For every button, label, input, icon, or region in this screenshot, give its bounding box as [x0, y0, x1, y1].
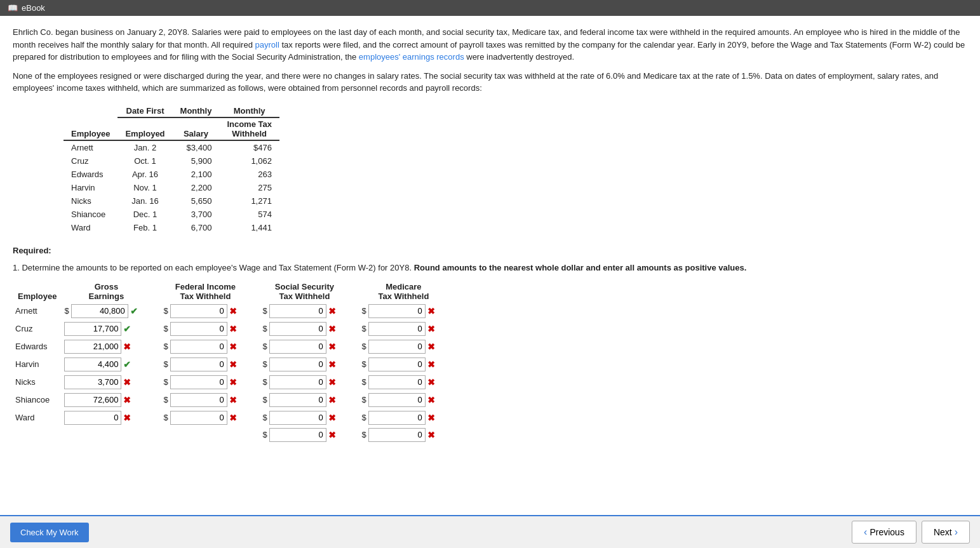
dollar-sign: $ — [163, 413, 168, 422]
ref-name: Ward — [64, 221, 117, 234]
social-x-icon[interactable]: ✖ — [328, 324, 336, 334]
gross-input[interactable] — [64, 358, 121, 371]
data-employee-name: Ward — [13, 409, 62, 427]
intro-paragraph-1: Ehrlich Co. began business on January 2,… — [13, 26, 967, 63]
medicare-x-icon[interactable]: ✖ — [427, 324, 435, 334]
social-input[interactable] — [269, 375, 326, 389]
ref-date: Dec. 1 — [117, 208, 172, 221]
ref-name: Shiancoe — [64, 208, 117, 221]
medicare-input[interactable] — [368, 358, 426, 371]
social-input[interactable] — [269, 322, 326, 336]
federal-input[interactable] — [170, 340, 227, 354]
social-x-icon[interactable]: ✖ — [328, 377, 336, 387]
gross-cell: ✖ — [62, 338, 151, 356]
col-header-medicare: MedicareTax Withheld — [359, 281, 448, 302]
employee-ref-row: Harvin Nov. 1 2,200 275 — [64, 181, 279, 194]
social-total-x-icon[interactable]: ✖ — [328, 430, 336, 440]
social-x-icon[interactable]: ✖ — [328, 413, 336, 423]
federal-x-icon[interactable]: ✖ — [229, 359, 237, 370]
dollar-sign: $ — [163, 324, 168, 333]
col-header-date-first: Date First — [117, 105, 172, 117]
data-entry-row: Ward ✖ $ ✖ $ ✖ $ — [13, 409, 458, 427]
medicare-total-x-icon[interactable]: ✖ — [427, 430, 435, 440]
social-input[interactable] — [269, 340, 326, 354]
data-entry-row: Arnett $ ✔ $ ✖ $ ✖ — [13, 302, 458, 320]
social-x-icon[interactable]: ✖ — [328, 306, 336, 316]
federal-input[interactable] — [170, 304, 227, 318]
social-cell: $ ✖ — [260, 391, 349, 409]
medicare-total-input[interactable] — [368, 428, 426, 442]
medicare-x-icon[interactable]: ✖ — [427, 377, 435, 387]
federal-input[interactable] — [170, 411, 227, 425]
gross-input[interactable] — [71, 304, 128, 318]
gross-x-icon[interactable]: ✖ — [123, 413, 131, 423]
dollar-sign: $ — [361, 342, 366, 351]
payroll-link[interactable]: payroll — [255, 40, 279, 50]
federal-x-icon[interactable]: ✖ — [229, 342, 237, 352]
medicare-input[interactable] — [368, 393, 426, 407]
social-input[interactable] — [269, 358, 326, 371]
dollar-sign: $ — [262, 306, 267, 316]
gross-x-icon[interactable]: ✖ — [123, 342, 131, 352]
col-header-gross: GrossEarnings — [62, 281, 151, 302]
data-entry-row: Cruz ✔ $ ✖ $ ✖ $ — [13, 320, 458, 338]
federal-x-icon[interactable]: ✖ — [229, 395, 237, 405]
federal-input[interactable] — [170, 322, 227, 336]
ref-name: Edwards — [64, 168, 117, 181]
data-employee-name: Nicks — [13, 373, 62, 391]
medicare-input[interactable] — [368, 411, 426, 425]
federal-input[interactable] — [170, 393, 227, 407]
social-input[interactable] — [269, 411, 326, 425]
data-employee-name: Shiancoe — [13, 391, 62, 409]
ref-date: Jan. 2 — [117, 140, 172, 154]
federal-input[interactable] — [170, 375, 227, 389]
social-input[interactable] — [269, 304, 326, 318]
content-area: Ehrlich Co. began business on January 2,… — [0, 16, 980, 496]
social-cell: $ ✖ — [260, 409, 349, 427]
medicare-cell: $ ✖ — [359, 391, 448, 409]
gross-input[interactable] — [64, 322, 121, 336]
medicare-input[interactable] — [368, 322, 426, 336]
federal-x-icon[interactable]: ✖ — [229, 306, 237, 316]
employee-reference-table: Employee Date First Monthly Monthly Empl… — [64, 105, 279, 234]
medicare-x-icon[interactable]: ✖ — [427, 306, 435, 316]
medicare-cell: $ ✖ — [359, 302, 448, 320]
medicare-x-icon[interactable]: ✖ — [427, 395, 435, 405]
gross-input[interactable] — [64, 393, 121, 407]
earnings-link[interactable]: employees' earnings records — [359, 52, 464, 62]
federal-x-icon[interactable]: ✖ — [229, 324, 237, 334]
medicare-input[interactable] — [368, 304, 426, 318]
social-x-icon[interactable]: ✖ — [328, 359, 336, 370]
social-cell: $ ✖ — [260, 320, 349, 338]
federal-input[interactable] — [170, 358, 227, 371]
dollar-sign: $ — [262, 377, 267, 387]
medicare-x-icon[interactable]: ✖ — [427, 342, 435, 352]
dollar-sign: $ — [163, 395, 168, 404]
employee-ref-row: Cruz Oct. 1 5,900 1,062 — [64, 154, 279, 168]
federal-x-icon[interactable]: ✖ — [229, 413, 237, 423]
gross-check-icon: ✔ — [123, 324, 131, 334]
medicare-x-icon[interactable]: ✖ — [427, 359, 435, 370]
gross-x-icon[interactable]: ✖ — [123, 395, 131, 405]
gross-cell: ✔ — [62, 320, 151, 338]
federal-cell: $ ✖ — [161, 356, 250, 373]
medicare-input[interactable] — [368, 340, 426, 354]
title-bar-label: eBook — [22, 3, 45, 13]
social-x-icon[interactable]: ✖ — [328, 395, 336, 405]
gross-cell: ✖ — [62, 391, 151, 409]
gross-x-icon[interactable]: ✖ — [123, 377, 131, 387]
data-employee-name: Harvin — [13, 356, 62, 373]
gross-input[interactable] — [64, 411, 121, 425]
ref-salary: 6,700 — [173, 221, 220, 234]
social-input[interactable] — [269, 393, 326, 407]
medicare-x-icon[interactable]: ✖ — [427, 413, 435, 423]
social-x-icon[interactable]: ✖ — [328, 342, 336, 352]
gross-input[interactable] — [64, 375, 121, 389]
data-entry-row: Shiancoe ✖ $ ✖ $ ✖ — [13, 391, 458, 409]
gross-input[interactable] — [64, 340, 121, 354]
federal-x-icon[interactable]: ✖ — [229, 377, 237, 387]
social-total-input[interactable] — [269, 428, 326, 442]
ref-salary: $3,400 — [173, 140, 220, 154]
ref-tax: 1,441 — [219, 221, 279, 234]
medicare-input[interactable] — [368, 375, 426, 389]
